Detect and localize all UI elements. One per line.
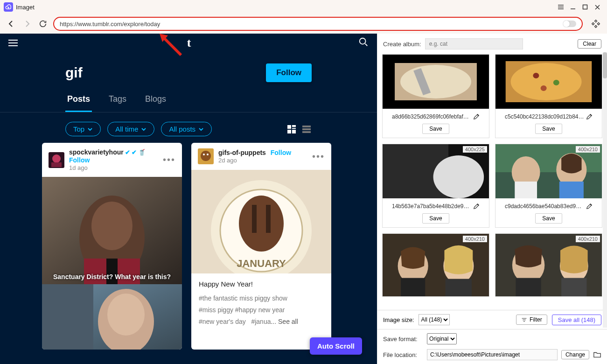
svg-point-15 [91, 202, 133, 250]
svg-rect-3 [292, 125, 296, 127]
post-caption: Happy New Year! [191, 273, 331, 290]
filter-button[interactable]: Filter [516, 315, 547, 325]
svg-rect-56 [446, 279, 472, 296]
edit-icon[interactable] [586, 113, 593, 120]
svg-rect-6 [292, 130, 296, 133]
post-card: gifs-of-puppets Follow 2d ago ••• JANUAR… [191, 143, 331, 350]
avatar[interactable] [49, 152, 64, 168]
dimension-label: 400x210 [463, 236, 487, 242]
verified-icon: ✔ [132, 149, 137, 156]
clear-button[interactable]: Clear [578, 39, 601, 49]
app-logo [4, 2, 13, 12]
svg-rect-12 [51, 162, 62, 167]
svg-rect-5 [287, 130, 291, 133]
auto-scroll-button[interactable]: Auto Scroll [310, 337, 362, 355]
svg-point-11 [52, 154, 61, 163]
search-icon[interactable] [358, 37, 369, 49]
svg-text:JANUARY: JANUARY [237, 258, 286, 269]
back-icon[interactable] [6, 18, 17, 29]
svg-point-40 [533, 73, 539, 78]
tab-posts[interactable]: Posts [65, 91, 92, 112]
filter-time[interactable]: All time [107, 122, 154, 136]
svg-rect-59 [516, 278, 541, 296]
svg-rect-51 [559, 182, 584, 198]
menu-icon[interactable] [555, 1, 567, 13]
thumb-card[interactable]: 400x225 14b563e7a7ba5b4e48b2de9d6db7 Sav… [382, 144, 489, 228]
svg-point-25 [207, 154, 209, 155]
svg-rect-8 [302, 128, 311, 130]
dimension-label: 400x210 [576, 236, 600, 242]
hamburger-icon[interactable] [8, 37, 20, 49]
filter-top[interactable]: Top [65, 122, 101, 136]
thumb-card[interactable]: 400x210 [382, 233, 489, 297]
svg-rect-7 [302, 126, 311, 127]
verified-icon: ✔ [125, 149, 130, 156]
save-button[interactable]: Save [535, 213, 562, 224]
see-all-link[interactable]: ... See all [271, 318, 298, 325]
folder-icon[interactable] [593, 350, 601, 359]
save-button[interactable]: Save [422, 213, 449, 224]
edit-icon[interactable] [473, 113, 480, 120]
tab-tags[interactable]: Tags [107, 91, 128, 112]
dimension-label: 400x210 [576, 146, 600, 153]
maximize-icon[interactable] [579, 1, 591, 13]
create-album-label: Create album: [383, 41, 421, 48]
post-image[interactable]: Sanctuary District? What year is this? [42, 177, 182, 284]
save-all-button[interactable]: Save all (148) [552, 315, 601, 325]
post-tags[interactable]: #the fantastic miss piggy show #miss pig… [191, 290, 331, 334]
list-view-icon[interactable] [301, 124, 312, 134]
filter-posts[interactable]: All posts [161, 122, 212, 136]
follow-link[interactable]: Follow [271, 149, 291, 157]
tab-blogs[interactable]: Blogs [143, 91, 168, 112]
follow-button[interactable]: Follow [266, 63, 312, 82]
username[interactable]: gifs-of-puppets Follow [218, 149, 291, 157]
grab-icon[interactable] [590, 18, 601, 29]
more-icon[interactable]: ••• [163, 154, 175, 165]
follow-link[interactable]: Follow [69, 156, 146, 164]
navbar [0, 14, 607, 34]
svg-rect-30 [252, 205, 257, 233]
svg-point-35 [400, 65, 471, 98]
thumb-card[interactable]: 400x210 c9dadc4656bae540ab83ed901ca59 Sa… [495, 144, 602, 228]
scrollbar[interactable] [603, 52, 607, 328]
save-format-label: Save format: [383, 336, 423, 343]
username[interactable]: spockvarietyhour✔✔🥤 [69, 148, 146, 156]
thumb-card[interactable]: a8d66b325d62869fc06febfaf4f3182 Save [382, 54, 489, 138]
avatar[interactable] [198, 148, 214, 164]
minimize-icon[interactable] [567, 1, 579, 13]
titlebar: Imaget [0, 0, 607, 14]
edit-icon[interactable] [586, 203, 593, 210]
url-bar[interactable] [53, 17, 583, 31]
change-button[interactable]: Change [561, 350, 589, 359]
svg-rect-9 [302, 131, 311, 133]
reload-icon[interactable] [37, 18, 49, 29]
thumb-card[interactable]: c5c540bc422138dc09d12b84d172c Save [495, 54, 602, 138]
svg-point-45 [433, 155, 484, 198]
svg-point-24 [203, 154, 205, 155]
grid-view-icon[interactable] [286, 124, 297, 134]
url-input[interactable] [60, 21, 559, 28]
filename: c5c540bc422138dc09d12b84d172c [505, 113, 584, 120]
close-icon[interactable] [591, 1, 603, 13]
save-format-select[interactable]: Original [427, 333, 457, 344]
filename: 14b563e7a7ba5b4e48b2de9d6db7 [392, 203, 471, 210]
post-image[interactable]: JANUARY [191, 170, 331, 273]
post-image[interactable] [42, 284, 182, 350]
thumb-card[interactable]: 400x210 [495, 233, 602, 297]
forward-icon[interactable] [21, 18, 33, 29]
image-caption: Sanctuary District? What year is this? [42, 273, 182, 280]
save-button[interactable]: Save [422, 124, 449, 134]
image-size-select[interactable]: All (148) [419, 314, 450, 325]
svg-rect-47 [495, 172, 602, 198]
tumblr-logo[interactable]: t [20, 36, 358, 50]
save-button[interactable]: Save [535, 124, 562, 134]
svg-point-20 [107, 294, 145, 336]
svg-rect-21 [42, 284, 93, 350]
svg-rect-61 [561, 278, 586, 296]
album-input[interactable] [425, 38, 523, 49]
more-icon[interactable]: ••• [312, 151, 325, 162]
edit-icon[interactable] [473, 203, 480, 210]
file-location-input[interactable] [427, 349, 558, 360]
svg-rect-54 [401, 278, 425, 296]
toggle-switch[interactable] [563, 21, 576, 27]
